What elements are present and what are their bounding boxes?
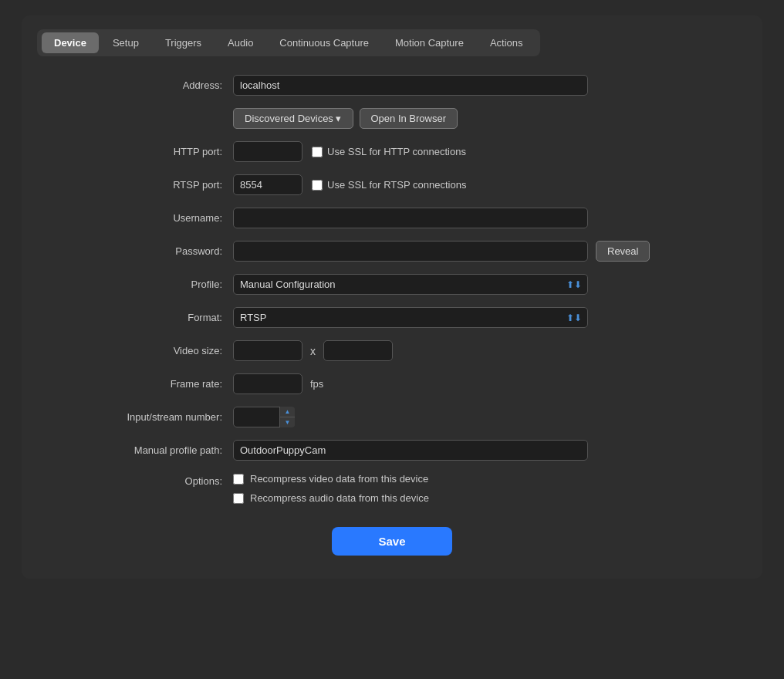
ssl-rtsp-label[interactable]: Use SSL for RTSP connections (312, 179, 466, 191)
format-label: Format: (68, 312, 222, 323)
address-input[interactable] (233, 75, 588, 96)
format-select[interactable]: RTSP HTTP MJPEG HLS (233, 307, 588, 328)
option2-checkbox[interactable] (233, 493, 244, 504)
option2-row[interactable]: Recompress audio data from this device (233, 492, 429, 504)
manual-profile-row: Manual profile path: (68, 440, 716, 461)
rtsp-port-row: RTSP port: Use SSL for RTSP connections (68, 174, 716, 195)
profile-select[interactable]: Manual Configuration Auto Custom (233, 274, 588, 295)
password-label: Password: (68, 245, 222, 257)
stepper-up-button[interactable]: ▲ (280, 407, 295, 417)
options-label: Options: (68, 473, 222, 487)
tab-motion-capture[interactable]: Motion Capture (383, 32, 476, 53)
ssl-rtsp-checkbox[interactable] (312, 180, 323, 191)
tab-bar: Device Setup Triggers Audio Continuous C… (37, 29, 540, 56)
main-window: Device Setup Triggers Audio Continuous C… (22, 15, 762, 579)
form-area: Address: Discovered Devices ▾ Open In Br… (22, 75, 762, 556)
profile-row: Profile: Manual Configuration Auto Custo… (68, 274, 716, 295)
input-stream-row: Input/stream number: ▲ ▼ (68, 407, 716, 427)
manual-profile-input[interactable] (233, 440, 588, 461)
reveal-button[interactable]: Reveal (596, 241, 650, 262)
tab-setup[interactable]: Setup (100, 32, 151, 53)
stepper-down-button[interactable]: ▼ (280, 417, 295, 427)
video-size-row: Video size: x (68, 340, 716, 361)
input-stream-stepper: ▲ ▼ (233, 407, 295, 427)
password-input[interactable] (233, 241, 588, 262)
input-stream-label: Input/stream number: (68, 411, 222, 423)
save-row: Save (68, 527, 716, 556)
fps-label: fps (310, 378, 323, 390)
format-select-wrapper: RTSP HTTP MJPEG HLS ⬆⬇ (233, 307, 588, 328)
save-button[interactable]: Save (332, 527, 451, 556)
option1-checkbox[interactable] (233, 474, 244, 485)
frame-rate-input[interactable] (233, 373, 302, 394)
http-port-row: HTTP port: Use SSL for HTTP connections (68, 141, 716, 162)
username-label: Username: (68, 212, 222, 224)
options-col: Recompress video data from this device R… (233, 473, 429, 504)
profile-label: Profile: (68, 279, 222, 290)
password-row: Password: Reveal (68, 241, 716, 262)
tab-triggers[interactable]: Triggers (153, 32, 214, 53)
ssl-rtsp-text: Use SSL for RTSP connections (327, 179, 466, 191)
ssl-http-checkbox[interactable] (312, 147, 323, 157)
http-port-label: HTTP port: (68, 146, 222, 157)
format-row: Format: RTSP HTTP MJPEG HLS ⬆⬇ (68, 307, 716, 328)
manual-profile-label: Manual profile path: (68, 444, 222, 456)
profile-select-wrapper: Manual Configuration Auto Custom ⬆⬇ (233, 274, 588, 295)
video-height-input[interactable] (323, 340, 393, 361)
address-label: Address: (68, 79, 222, 91)
x-separator: x (310, 345, 316, 357)
username-input[interactable] (233, 208, 588, 228)
tab-audio[interactable]: Audio (215, 32, 265, 53)
frame-rate-row: Frame rate: fps (68, 373, 716, 394)
option1-row[interactable]: Recompress video data from this device (233, 473, 429, 485)
tab-actions[interactable]: Actions (478, 32, 536, 53)
tab-device[interactable]: Device (42, 32, 99, 53)
video-size-label: Video size: (68, 345, 222, 356)
rtsp-port-input[interactable] (233, 174, 302, 195)
open-in-browser-button[interactable]: Open In Browser (360, 108, 458, 129)
http-port-input[interactable] (233, 141, 302, 162)
device-action-buttons: Discovered Devices ▾ Open In Browser (233, 108, 458, 129)
stepper-buttons: ▲ ▼ (279, 407, 295, 427)
options-row: Options: Recompress video data from this… (68, 473, 716, 504)
ssl-http-label[interactable]: Use SSL for HTTP connections (312, 146, 466, 157)
ssl-http-text: Use SSL for HTTP connections (327, 146, 466, 157)
option1-label: Recompress video data from this device (250, 473, 428, 485)
username-row: Username: (68, 208, 716, 228)
frame-rate-label: Frame rate: (68, 378, 222, 390)
video-width-input[interactable] (233, 340, 302, 361)
rtsp-port-label: RTSP port: (68, 179, 222, 191)
tab-continuous-capture[interactable]: Continuous Capture (267, 32, 381, 53)
option2-label: Recompress audio data from this device (250, 492, 429, 504)
address-row: Address: (68, 75, 716, 96)
discovered-devices-button[interactable]: Discovered Devices ▾ (233, 108, 353, 129)
discovered-devices-row: Discovered Devices ▾ Open In Browser (68, 108, 716, 129)
